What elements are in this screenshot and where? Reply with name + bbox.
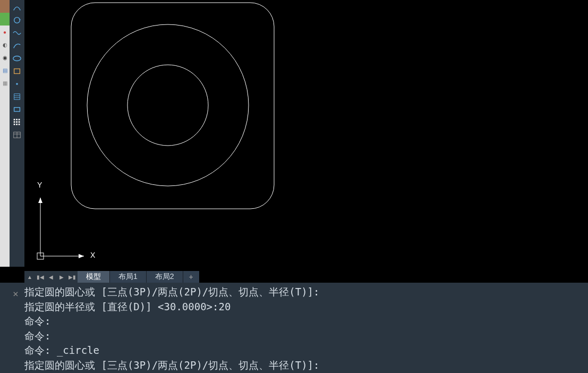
svg-rect-2 <box>14 69 20 74</box>
drawing-canvas[interactable]: X Y <box>24 0 588 267</box>
tab-last-icon[interactable]: ▶▮ <box>67 271 78 283</box>
ucs-icon: X Y <box>31 181 89 262</box>
tab-first-icon[interactable]: ▮◀ <box>35 271 46 283</box>
svg-rect-13 <box>19 121 20 123</box>
command-line: 指定圆的半径或 [直径(D)] <30.0000>:20 <box>24 300 585 315</box>
app-icon-3[interactable]: ● <box>0 26 10 38</box>
tab-label: 模型 <box>86 272 101 282</box>
command-window[interactable]: × 指定圆的圆心或 [三点(3P)/两点(2P)/切点、切点、半径(T)]: 指… <box>0 283 588 373</box>
layout-tab-bar: ▲ ▮◀ ◀ ▶ ▶▮ 模型 布局1 布局2 + <box>24 271 199 283</box>
tab-prev-icon[interactable]: ◀ <box>46 271 56 283</box>
svg-marker-23 <box>38 198 42 203</box>
app-icon-5[interactable]: ◉ <box>0 51 10 64</box>
arc-tool[interactable] <box>11 2 23 13</box>
grid-tool[interactable] <box>11 116 23 128</box>
tab-next-icon[interactable]: ▶ <box>56 271 67 283</box>
svg-point-0 <box>14 18 20 23</box>
app-icon-7[interactable]: ▦ <box>0 77 10 89</box>
tab-add-button[interactable]: + <box>183 271 199 283</box>
drawing-svg <box>24 0 588 267</box>
svg-rect-11 <box>14 121 15 123</box>
rect-tool[interactable] <box>11 104 23 115</box>
svg-point-1 <box>13 56 21 61</box>
svg-rect-9 <box>16 119 18 121</box>
ucs-x-label: X <box>90 251 95 259</box>
svg-rect-7 <box>14 107 20 111</box>
command-line: 命令: _circle <box>24 343 585 358</box>
ucs-y-label: Y <box>37 181 42 189</box>
svg-rect-8 <box>14 119 15 121</box>
rotate-tool[interactable] <box>11 14 23 26</box>
svg-point-3 <box>16 83 18 85</box>
app-icon-2[interactable] <box>0 13 10 26</box>
command-line: 指定圆的圆心或 [三点(3P)/两点(2P)/切点、切点、半径(T)]: <box>24 285 585 300</box>
wave-tool[interactable] <box>11 27 23 39</box>
svg-rect-16 <box>19 124 20 125</box>
svg-marker-21 <box>79 254 84 258</box>
command-line: 命令: <box>24 314 585 329</box>
svg-rect-4 <box>14 94 20 100</box>
svg-rect-10 <box>19 119 20 121</box>
ellipse-tool[interactable] <box>11 53 23 64</box>
command-line: 命令: <box>24 329 585 344</box>
tab-model[interactable]: 模型 <box>78 271 110 283</box>
tool-sidebar <box>10 0 24 267</box>
tab-collapse-icon[interactable]: ▲ <box>24 271 35 283</box>
command-line: 指定圆的圆心或 [三点(3P)/两点(2P)/切点、切点、半径(T)]: <box>24 358 585 373</box>
svg-rect-15 <box>16 124 18 125</box>
app-icon-1[interactable] <box>0 0 10 13</box>
hatch-tool[interactable] <box>11 91 23 103</box>
svg-rect-14 <box>14 124 15 125</box>
svg-rect-12 <box>16 121 18 123</box>
tab-label: 布局1 <box>118 272 138 282</box>
table-tool[interactable] <box>11 129 23 141</box>
rounded-rect-shape <box>71 3 274 209</box>
point-tool[interactable] <box>11 78 23 90</box>
curve-tool[interactable] <box>11 40 23 52</box>
app-icon-6[interactable]: ▤ <box>0 64 10 77</box>
tab-layout1[interactable]: 布局1 <box>110 271 147 283</box>
outer-circle-shape <box>87 24 249 186</box>
command-close-icon[interactable]: × <box>13 287 19 301</box>
app-icon-4[interactable]: ◐ <box>0 38 10 51</box>
inner-circle-shape <box>127 65 208 146</box>
tab-label: 布局2 <box>155 272 174 282</box>
os-app-sidebar: ● ◐ ◉ ▤ ▦ <box>0 0 10 267</box>
tab-layout2[interactable]: 布局2 <box>147 271 183 283</box>
object-tool[interactable] <box>11 65 23 77</box>
